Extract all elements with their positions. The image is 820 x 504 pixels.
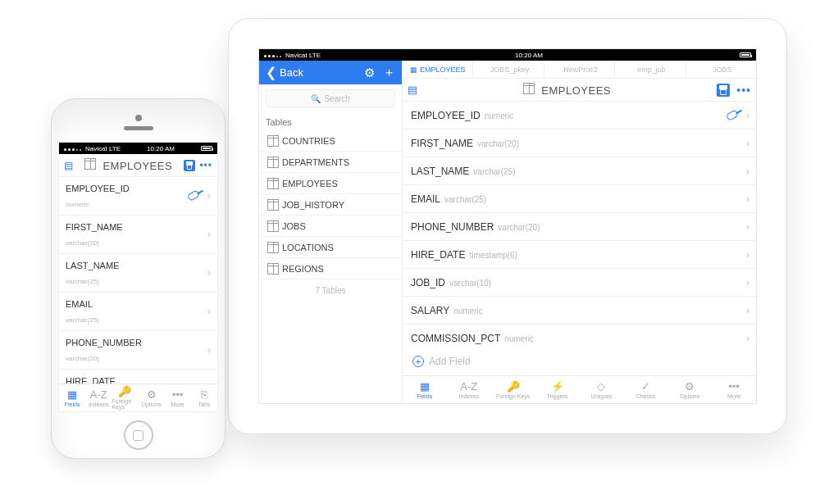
field-row[interactable]: HIRE_DATEtimestamp(6)› (59, 370, 217, 384)
search-input[interactable]: 🔍 Search (266, 89, 395, 107)
more-icon[interactable]: ••• (199, 160, 212, 171)
field-list[interactable]: EMPLOYEE_IDnumeric›FIRST_NAMEvarchar(20)… (59, 177, 217, 384)
gear-icon: ⚙ (685, 381, 695, 392)
field-name: LAST_NAME (411, 166, 469, 177)
add-circle-icon: + (412, 356, 424, 367)
page-title: EMPLOYEES (417, 83, 717, 97)
clock-label: 10:20 AM (515, 52, 543, 59)
field-row[interactable]: LAST_NAMEvarchar(25)› (403, 157, 756, 185)
chevron-right-icon: › (746, 193, 749, 205)
toolbar-indexes[interactable]: A-ZIndexes (447, 376, 491, 403)
field-type: varchar(25) (66, 316, 99, 324)
field-row[interactable]: PHONE_NUMBERvarchar(20)› (59, 331, 217, 370)
table-icon (267, 135, 279, 147)
battery-icon (201, 146, 212, 151)
gear-icon[interactable]: ⚙ (364, 66, 375, 80)
toolbar-options[interactable]: ⚙Options (139, 384, 165, 411)
toolbar-more[interactable]: •••More (165, 384, 191, 411)
dots-icon: ••• (728, 381, 740, 392)
table-name: EMPLOYEES (282, 179, 338, 188)
list-view-icon[interactable]: ▤ (64, 160, 73, 171)
toolbar-foreign-keys[interactable]: 🔑Foreign Keys (491, 376, 535, 403)
field-type: varchar(20) (498, 223, 540, 232)
toolbar-uniques[interactable]: ◇Uniques (580, 376, 624, 403)
sidebar-item-jobs[interactable]: JOBS (259, 216, 402, 237)
field-row[interactable]: HIRE_DATEtimestamp(6)› (403, 241, 756, 269)
iphone-device: Navicat LTE 10:20 AM ▤ EMPLOYEES ••• EMP… (51, 98, 226, 459)
field-row[interactable]: EMAILvarchar(25)› (59, 293, 217, 331)
toolbar-foreign-keys[interactable]: 🔑Foreign Keys (112, 384, 138, 411)
check-icon: ✓ (641, 381, 650, 392)
sidebar-item-employees[interactable]: EMPLOYEES (259, 173, 402, 194)
toolbar-more[interactable]: •••More (712, 376, 756, 403)
tab-newproc2[interactable]: NewProc2 (544, 61, 615, 78)
main-titlebar: ▤ EMPLOYEES ••• (403, 79, 756, 102)
toolbar-fields[interactable]: ▦Fields (403, 376, 447, 403)
field-row[interactable]: EMPLOYEE_IDnumeric› (403, 102, 756, 129)
field-type: varchar(20) (66, 239, 99, 247)
save-icon[interactable] (717, 84, 730, 97)
field-name: EMAIL (411, 193, 440, 205)
sidebar-item-job_history[interactable]: JOB_HISTORY (259, 194, 402, 216)
chevron-right-icon: › (746, 305, 749, 316)
field-type: numeric (504, 334, 534, 343)
field-row[interactable]: EMAILvarchar(25)› (403, 185, 756, 213)
toolbar-indexes[interactable]: A-ZIndexes (85, 384, 112, 411)
plus-icon[interactable]: ＋ (383, 65, 395, 80)
field-row[interactable]: SALARYnumeric› (403, 297, 756, 325)
table-icon: ▦ (410, 66, 417, 74)
chevron-right-icon: › (746, 221, 749, 233)
field-type: numeric (485, 111, 514, 120)
chevron-right-icon: › (207, 306, 211, 317)
field-type: varchar(20) (66, 355, 99, 362)
field-row[interactable]: LAST_NAMEvarchar(25)› (59, 254, 217, 293)
toolbar-options[interactable]: ⚙Options (667, 376, 712, 403)
iphone-screen: Navicat LTE 10:20 AM ▤ EMPLOYEES ••• EMP… (58, 142, 218, 412)
field-row[interactable]: FIRST_NAMEvarchar(20)› (403, 129, 756, 157)
toolbar-triggers[interactable]: ⚡Triggers (535, 376, 580, 403)
home-button[interactable] (124, 420, 153, 450)
tab-employees[interactable]: ▦EMPLOYEES (403, 61, 473, 78)
toolbar-checks[interactable]: ✓Checks (623, 376, 667, 403)
chevron-right-icon: › (746, 166, 749, 177)
tab-jobs_pkey[interactable]: JOBS_pkey (473, 61, 544, 78)
field-row[interactable]: COMMISSION_PCTnumeric› (403, 325, 756, 347)
toolbar-label: Checks (636, 393, 655, 399)
field-type: varchar(25) (473, 167, 515, 176)
field-row[interactable]: JOB_IDvarchar(10)› (403, 269, 756, 297)
toolbar-tabs[interactable]: ⎘Tabs (191, 384, 217, 411)
tab-label: JOBS (713, 66, 732, 74)
list-view-icon[interactable]: ▤ (408, 84, 417, 96)
tab-emp_job[interactable]: emp_job (615, 61, 686, 78)
grid-icon: ▦ (67, 389, 77, 400)
field-name: FIRST_NAME (66, 222, 123, 232)
field-row[interactable]: EMPLOYEE_IDnumeric› (59, 177, 217, 216)
field-row[interactable]: PHONE_NUMBERvarchar(20)› (403, 213, 756, 241)
ipad-screen: Navicat LTE 10:20 AM ❮ Back ⚙ ＋ (258, 48, 757, 404)
sidebar-item-countries[interactable]: COUNTRIES (259, 130, 402, 152)
az-icon: A-Z (460, 381, 477, 392)
table-icon (267, 242, 279, 253)
search-icon: 🔍 (311, 94, 321, 103)
save-icon[interactable] (184, 160, 195, 171)
table-name: JOBS (282, 221, 306, 231)
field-list[interactable]: EMPLOYEE_IDnumeric›FIRST_NAMEvarchar(20)… (403, 102, 756, 347)
sidebar-item-locations[interactable]: LOCATIONS (259, 237, 402, 258)
back-chevron-icon[interactable]: ❮ (266, 65, 276, 80)
toolbar-label: Triggers (547, 393, 567, 399)
field-name: COMMISSION_PCT (411, 333, 500, 344)
back-button[interactable]: Back (280, 66, 303, 79)
bottom-toolbar: ▦FieldsA-ZIndexes🔑Foreign Keys⚙Options••… (59, 384, 217, 411)
field-row[interactable]: FIRST_NAMEvarchar(20)› (59, 216, 217, 254)
add-field-button[interactable]: + Add Field (403, 347, 756, 375)
tab-label: emp_job (637, 66, 666, 74)
sidebar-item-departments[interactable]: DEPARTMENTS (259, 152, 402, 173)
chevron-right-icon: › (746, 138, 749, 149)
sidebar-item-regions[interactable]: REGIONS (259, 258, 402, 279)
more-icon[interactable]: ••• (736, 84, 751, 97)
toolbar-label: Foreign Keys (496, 393, 530, 399)
phone-titlebar: ▤ EMPLOYEES ••• (59, 154, 217, 177)
tab-jobs[interactable]: JOBS (686, 61, 756, 78)
toolbar-fields[interactable]: ▦Fields (59, 384, 85, 411)
status-bar: Navicat LTE 10:20 AM (259, 49, 756, 61)
